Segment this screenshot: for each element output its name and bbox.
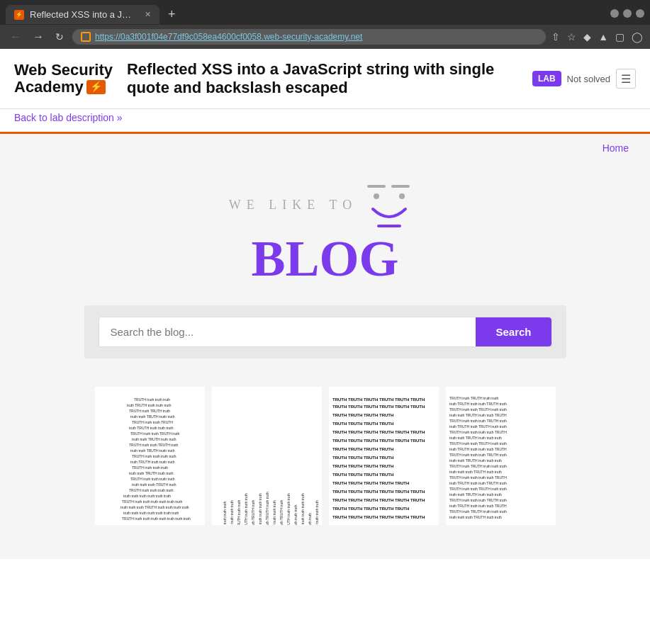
minimize-btn[interactable] — [610, 9, 619, 18]
tab-favicon: ⚡ — [14, 10, 24, 20]
browser-chrome: ⚡ Reflected XSS into a JavaS ✕ + ← → ↻ h… — [0, 0, 650, 49]
svg-text:truth TRUTH truth truth truth: truth TRUTH truth truth truth — [130, 460, 175, 464]
word-art-image-1: TRUTH truth truth truth truth TRUTH trut… — [95, 387, 205, 525]
back-link-text: Back to lab description — [14, 112, 114, 123]
svg-text:TRUTH    TRUTH  TRUTH   TRUTH: TRUTH TRUTH TRUTH TRUTH — [332, 422, 393, 426]
svg-text:truth TRUTH truth truth truth : truth TRUTH truth truth truth truth — [301, 493, 305, 525]
secure-icon — [81, 32, 91, 42]
face-decoration-icon — [364, 176, 421, 233]
blog-heading: WE LIKE TO BLOG — [0, 162, 650, 305]
lab-status: Not solved — [567, 74, 610, 84]
svg-text:truth truth TRUTH truth truth: truth truth TRUTH truth truth — [132, 437, 176, 441]
active-tab[interactable]: ⚡ Reflected XSS into a JavaS ✕ — [6, 5, 159, 24]
svg-text:truth truth TRUTH truth truth : truth truth TRUTH truth truth truth — [315, 500, 319, 525]
svg-text:TRUTH truth truth truth truth: TRUTH truth truth truth truth — [293, 504, 298, 525]
svg-text:TRUTH  TRUTH    TRUTH  TRUTH: TRUTH TRUTH TRUTH TRUTH — [332, 413, 393, 417]
svg-text:TRUTH truth truth TRUTH truth: TRUTH truth truth TRUTH truth — [251, 499, 255, 525]
svg-text:TRUTH      TRUTH   TRUTH   TRU: TRUTH TRUTH TRUTH TRUTH — [332, 464, 393, 468]
search-container: Search — [84, 305, 566, 358]
tab-title: Reflected XSS into a JavaS — [30, 9, 136, 20]
site-logo[interactable]: Web Security Academy ⚡ — [14, 62, 113, 96]
new-tab-button[interactable]: + — [162, 4, 181, 25]
refresh-btn[interactable]: ↻ — [52, 30, 67, 44]
extensions-icon[interactable]: ◆ — [583, 31, 591, 43]
svg-text:truth truth TRUTH truth truth : truth truth TRUTH truth truth truth — [244, 493, 248, 525]
svg-text:truth TRUTH truth TRUTH truth : truth TRUTH truth TRUTH truth truth — [449, 424, 507, 429]
site-nav: Home — [0, 134, 650, 162]
window-icon[interactable]: ▢ — [615, 31, 624, 43]
tab-bar: ⚡ Reflected XSS into a JavaS ✕ + — [0, 0, 650, 25]
svg-text:TRUTH truth truth truth truth: TRUTH truth truth truth truth — [132, 454, 176, 458]
svg-text:TRUTH       TRUTH  TRUTH   TRU: TRUTH TRUTH TRUTH TRUTH — [332, 473, 393, 477]
svg-text:truth TRUTH truth truth truth : truth TRUTH truth truth truth truth — [230, 500, 234, 525]
logo-line2: Academy — [14, 79, 84, 96]
svg-text:truth TRUTH truth truth TRUTH : truth TRUTH truth truth TRUTH truth — [449, 402, 507, 406]
close-btn[interactable] — [636, 9, 644, 18]
we-like-to-text: WE LIKE TO — [229, 198, 357, 213]
svg-text:TRUTH truth truth TRUTH truth : TRUTH truth truth TRUTH truth truth — [449, 441, 507, 446]
svg-text:TRUTH TRUTH TRUTH TRUTH TRUTH : TRUTH TRUTH TRUTH TRUTH TRUTH TRUTH — [332, 490, 425, 494]
word-art-image-3: TRUTH TRUTH TRUTH TRUTH TRUTH TRUTH TRUT… — [329, 387, 439, 525]
svg-text:TRUTH TRUTH TRUTH TRUTH TRUTH : TRUTH TRUTH TRUTH TRUTH TRUTH TRUTH — [332, 397, 425, 402]
svg-text:truth truth TRUTH truth truth: truth truth TRUTH truth truth — [129, 471, 174, 475]
search-input[interactable] — [99, 317, 476, 346]
svg-text:TRUTH truth truth TRUTH: TRUTH truth truth TRUTH — [132, 420, 173, 424]
svg-text:TRUTH truth truth truth: TRUTH truth truth truth — [132, 465, 168, 470]
svg-rect-0 — [367, 185, 386, 188]
svg-text:TRUTH truth truth truth truth : TRUTH truth truth truth truth truth trut… — [122, 516, 191, 521]
svg-text:TRUTH truth TRUTH truth: TRUTH truth TRUTH truth — [129, 409, 170, 413]
svg-text:TRUTH TRUTH TRUTH TRUTH TRUTH : TRUTH TRUTH TRUTH TRUTH TRUTH TRUTH — [332, 515, 425, 519]
svg-text:TRUTH   TRUTH  TRUTH  TRUTH  T: TRUTH TRUTH TRUTH TRUTH TRUTH — [332, 507, 409, 511]
search-button[interactable]: Search — [476, 317, 551, 346]
svg-text:truth TRUTH truth truth truth: truth TRUTH truth truth truth — [127, 403, 172, 407]
bookmark-icon[interactable]: ☆ — [567, 31, 576, 43]
svg-text:truth truth TRUTH truth truth: truth truth TRUTH truth truth — [130, 448, 175, 453]
svg-text:TRUTH truth TRUTH truth truth: TRUTH truth TRUTH truth truth — [237, 499, 241, 525]
svg-text:truth truth TRUTH truth truth : truth truth TRUTH truth truth truth — [449, 492, 502, 497]
word-art-image-2: TRUTH truth truth truth truth truth TRUT… — [212, 387, 322, 525]
help-icon-btn[interactable]: ☰ — [616, 69, 636, 89]
svg-text:truth truth truth truth truth : truth truth truth truth truth truth — [123, 494, 171, 498]
svg-text:TRUTH  TRUTH    TRUTH  TRUTH T: TRUTH TRUTH TRUTH TRUTH TRUTH — [332, 481, 409, 485]
svg-text:TRUTH truth TRUTH truth truth : TRUTH truth TRUTH truth truth truth — [449, 464, 507, 468]
svg-text:TRUTH TRUTH TRUTH TRUTH TRUTH : TRUTH TRUTH TRUTH TRUTH TRUTH TRUTH — [332, 498, 425, 502]
svg-point-3 — [399, 193, 405, 199]
search-bar: Search — [99, 317, 552, 347]
svg-text:truth truth TRUTH truth truth : truth truth TRUTH truth truth truth — [449, 458, 502, 463]
svg-text:truth TRUTH truth truth truth : truth TRUTH truth truth truth TRUTH — [449, 447, 507, 451]
svg-text:TRUTH truth truth truth TRUTH : TRUTH truth truth truth TRUTH truth — [449, 419, 507, 423]
svg-text:TRUTH truth truth truth TRUTH : TRUTH truth truth truth TRUTH truth — [449, 498, 507, 502]
tab-close-btn[interactable]: ✕ — [145, 10, 151, 19]
svg-rect-4 — [377, 225, 401, 227]
svg-text:TRUTH    TRUTH    TRUTH    TRU: TRUTH TRUTH TRUTH TRUTH — [332, 447, 393, 451]
site-header: Web Security Academy ⚡ Reflected XSS int… — [0, 49, 650, 109]
address-bar[interactable]: https://0a3f001f04e77df9c058ea4600cf0058… — [72, 29, 546, 45]
svg-text:TRUTH TRUTH TRUTH TRUTH TRUTH : TRUTH TRUTH TRUTH TRUTH TRUTH TRUTH — [332, 405, 425, 409]
svg-text:TRUTH truth truth TRUTH truth : TRUTH truth truth TRUTH truth truth — [449, 487, 507, 491]
word-art-images-row: TRUTH truth truth truth truth TRUTH trut… — [0, 358, 650, 539]
nav-home-link[interactable]: Home — [603, 142, 629, 154]
nav-home-label: Home — [603, 142, 629, 154]
svg-text:truth TRUTH truth truth truth : truth TRUTH truth truth truth TRUTH — [449, 504, 507, 508]
lab-title: Reflected XSS into a JavaScript string w… — [127, 60, 518, 97]
svg-text:truth truth truth TRUTH truth : truth truth truth TRUTH truth truth — [449, 470, 502, 474]
svg-text:TRUTH truth truth TRUTH truth: TRUTH truth truth TRUTH truth — [279, 499, 284, 525]
svg-point-2 — [374, 193, 379, 199]
svg-text:TRUTH truth truth truth TRUTH : TRUTH truth truth truth TRUTH truth — [449, 453, 507, 457]
svg-text:TRUTH truth truth truth truth: TRUTH truth truth truth truth — [129, 488, 174, 492]
blog-text: BLOG — [0, 233, 650, 284]
maximize-btn[interactable] — [623, 9, 632, 18]
share-icon[interactable]: ⇧ — [551, 31, 560, 43]
back-arrow-btn[interactable]: ← — [7, 29, 24, 45]
svg-text:TRUTH truth truth TRUTH truth : TRUTH truth truth TRUTH truth truth — [265, 492, 269, 525]
svg-text:TRUTH truth truth truth truth : TRUTH truth truth truth truth truth trut… — [122, 499, 183, 504]
svg-text:truth truth truth TRUTH truth : truth truth truth TRUTH truth truth trut… — [121, 505, 189, 509]
forward-arrow-btn[interactable]: → — [30, 29, 47, 45]
svg-text:TRUTH TRUTH TRUTH TRUTH TRUTH : TRUTH TRUTH TRUTH TRUTH TRUTH TRUTH — [332, 430, 425, 434]
svg-text:TRUTH truth truth truth truth: TRUTH truth truth truth truth — [223, 501, 227, 525]
alerts-icon[interactable]: ▲ — [598, 31, 608, 43]
svg-text:TRUTH     TRUTH    TRUTH   TRU: TRUTH TRUTH TRUTH TRUTH — [332, 456, 393, 460]
profile-icon[interactable]: ◯ — [632, 31, 643, 43]
nav-bar: ← → ↻ https://0a3f001f04e77df9c058ea4600… — [0, 25, 650, 49]
back-to-lab-link[interactable]: Back to lab description » — [0, 109, 650, 132]
